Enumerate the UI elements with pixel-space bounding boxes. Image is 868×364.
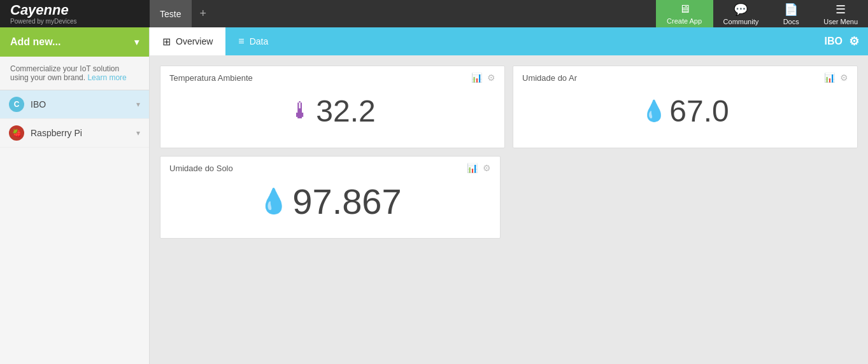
add-new-button[interactable]: Add new... ▾ <box>0 27 149 57</box>
rpi-chevron-icon: ▾ <box>136 129 140 137</box>
widget-umidade-solo-title: Umidade do Solo <box>169 164 233 173</box>
widget-umidade-ar-value-area: 💧 67.0 <box>522 85 848 136</box>
docs-button[interactable]: 📄 Docs <box>769 0 813 27</box>
user-menu-label: User Menu <box>823 18 858 25</box>
widget-temperatura-value: 32.2 <box>316 94 375 129</box>
tab-overview[interactable]: ⊞ Overview <box>150 27 225 55</box>
widget-umidade-solo: Umidade do Solo 📊 ⚙ 💧 97.867 <box>160 156 501 239</box>
ibo-device-icon: C <box>9 97 24 112</box>
app-title: Cayenne <box>10 3 139 18</box>
community-button[interactable]: 💬 Community <box>713 0 769 27</box>
docs-icon: 📄 <box>784 3 798 17</box>
widget-temperatura-value-area: 🌡 32.2 <box>169 85 495 136</box>
widget-umidade-solo-settings-icon[interactable]: ⚙ <box>483 163 491 173</box>
widget-temperatura-actions: 📊 ⚙ <box>471 73 495 83</box>
sidebar-device-list: C IBO ▾ 🍓 Raspberry Pi ▾ <box>0 90 149 364</box>
widget-temperatura-settings-icon[interactable]: ⚙ <box>487 73 495 83</box>
sidebar-promo: Commercialize your IoT solution using yo… <box>0 57 149 90</box>
content-settings-icon[interactable]: ⚙ <box>849 34 859 48</box>
widget-umidade-ar-title: Umidade do Ar <box>522 73 577 83</box>
data-tab-icon: ≡ <box>238 36 244 47</box>
sidebar-item-ibo[interactable]: C IBO ▾ <box>0 90 149 119</box>
widgets-row-1: Temperatura Ambiente 📊 ⚙ 🌡 32.2 Umid <box>160 66 858 148</box>
nav-tab-teste[interactable]: Teste <box>150 0 192 27</box>
nav-tabs: Teste + <box>150 0 656 27</box>
widget-umidade-solo-value-area: 💧 97.867 <box>169 176 491 227</box>
thermometer-icon: 🌡 <box>289 97 312 124</box>
widget-temperatura-chart-icon[interactable]: 📊 <box>471 73 482 83</box>
user-menu-button[interactable]: ☰ User Menu <box>813 0 868 27</box>
widget-temperatura-ambiente: Temperatura Ambiente 📊 ⚙ 🌡 32.2 <box>160 66 505 148</box>
content-area: ⊞ Overview ≡ Data IBO ⚙ Temperatura Ambi… <box>150 27 868 364</box>
content-device-name: IBO ⚙ <box>816 27 868 55</box>
overview-tab-label: Overview <box>176 36 213 46</box>
create-app-button[interactable]: 🖥 Create App <box>656 0 713 27</box>
widget-umidade-ar-settings-icon[interactable]: ⚙ <box>840 73 848 83</box>
add-new-chevron-icon: ▾ <box>134 37 139 47</box>
widget-umidade-ar-chart-icon[interactable]: 📊 <box>824 73 835 83</box>
widgets-row-2: Umidade do Solo 📊 ⚙ 💧 97.867 <box>160 156 858 239</box>
ibo-device-label: IBO <box>31 99 136 109</box>
app-subtitle: Powered by myDevices <box>10 18 139 25</box>
content-device-name-text: IBO <box>825 36 843 47</box>
widget-umidade-ar: Umidade do Ar 📊 ⚙ 💧 67.0 <box>513 66 858 148</box>
create-app-label: Create App <box>667 17 702 25</box>
data-tab-label: Data <box>250 36 269 46</box>
widget-temperatura-title: Temperatura Ambiente <box>169 73 253 83</box>
widget-umidade-solo-header: Umidade do Solo 📊 ⚙ <box>169 163 491 173</box>
widget-umidade-solo-value: 97.867 <box>292 181 401 222</box>
learn-more-link[interactable]: Learn more <box>87 73 126 82</box>
add-new-label: Add new... <box>10 36 60 48</box>
community-icon: 💬 <box>734 3 748 17</box>
droplet-icon: 💧 <box>641 99 667 123</box>
rpi-device-icon: 🍓 <box>9 125 24 141</box>
widget-umidade-ar-actions: 📊 ⚙ <box>824 73 848 83</box>
nav-right-actions: 🖥 Create App 💬 Community 📄 Docs ☰ User M… <box>656 0 868 27</box>
overview-tab-icon: ⊞ <box>162 36 171 48</box>
content-tabs-bar: ⊞ Overview ≡ Data IBO ⚙ <box>150 27 868 55</box>
sidebar-item-raspberry-pi[interactable]: 🍓 Raspberry Pi ▾ <box>0 119 149 148</box>
create-app-icon: 🖥 <box>679 3 690 16</box>
soil-droplet-icon: 💧 <box>259 187 288 215</box>
app-logo: Cayenne Powered by myDevices <box>0 0 150 27</box>
tab-data[interactable]: ≡ Data <box>225 27 281 55</box>
widget-umidade-ar-value: 67.0 <box>669 94 729 129</box>
main-layout: Add new... ▾ Commercialize your IoT solu… <box>0 27 868 364</box>
top-navbar: Cayenne Powered by myDevices Teste + 🖥 C… <box>0 0 868 27</box>
ibo-chevron-icon: ▾ <box>136 100 140 109</box>
community-label: Community <box>723 18 759 25</box>
nav-add-tab-button[interactable]: + <box>192 0 214 27</box>
dashboard: Temperatura Ambiente 📊 ⚙ 🌡 32.2 Umid <box>150 55 868 364</box>
sidebar: Add new... ▾ Commercialize your IoT solu… <box>0 27 150 364</box>
widget-umidade-solo-actions: 📊 ⚙ <box>467 163 491 173</box>
widget-umidade-solo-chart-icon[interactable]: 📊 <box>467 163 478 173</box>
widget-temperatura-header: Temperatura Ambiente 📊 ⚙ <box>169 73 495 83</box>
rpi-device-label: Raspberry Pi <box>31 128 136 138</box>
docs-label: Docs <box>783 18 799 25</box>
user-menu-icon: ☰ <box>836 3 846 17</box>
widget-umidade-ar-header: Umidade do Ar 📊 ⚙ <box>522 73 848 83</box>
